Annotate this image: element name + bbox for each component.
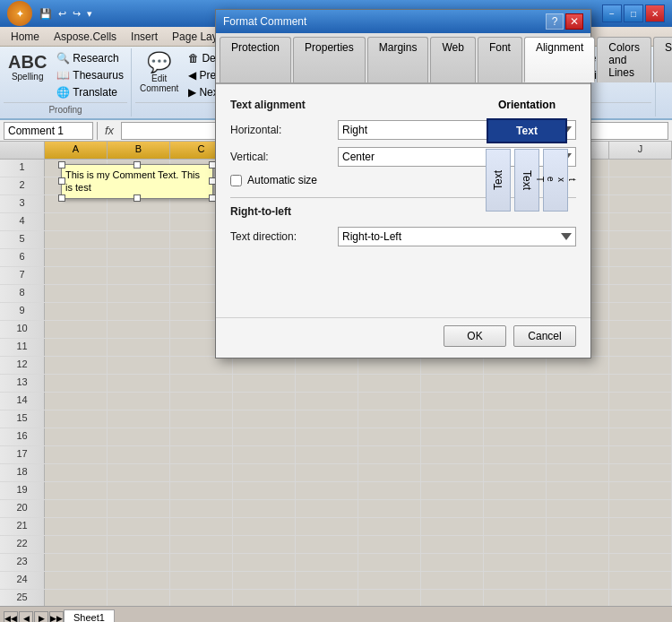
dialog-help-button[interactable]: ? — [546, 13, 564, 30]
vertical-label: Vertical: — [230, 151, 338, 163]
dialog-controls: ? ✕ — [546, 13, 583, 30]
text-direction-row: Text direction: Context Left-to-Right Ri… — [230, 227, 576, 246]
tab-properties[interactable]: Properties — [293, 37, 366, 82]
orientation-horizontal-label: Text — [516, 125, 538, 137]
format-comment-dialog: Format Comment ? ✕ Protection Properties… — [215, 9, 591, 359]
cancel-button[interactable]: Cancel — [513, 325, 576, 347]
dialog-title-bar: Format Comment ? ✕ — [216, 10, 590, 33]
orientation-horizontal-button[interactable]: Text — [487, 118, 567, 143]
horizontal-label: Horizontal: — [230, 124, 338, 136]
dialog-close-button[interactable]: ✕ — [565, 13, 583, 30]
tab-margins[interactable]: Margins — [367, 37, 429, 82]
tab-alignment[interactable]: Alignment — [524, 37, 595, 82]
tab-web[interactable]: Web — [430, 37, 475, 82]
tab-colors-lines[interactable]: Colors and Lines — [597, 37, 651, 82]
orientation-section: Orientation Text Text Text — [478, 99, 576, 212]
dialog-content: Text alignment Horizontal: Left Center R… — [216, 84, 590, 317]
dialog-title: Format Comment — [223, 15, 306, 28]
auto-size-checkbox[interactable] — [230, 175, 242, 186]
orientation-label: Orientation — [478, 99, 576, 111]
tab-font[interactable]: Font — [478, 37, 522, 82]
orientation-vertical-options: Text Text T e x t — [486, 149, 568, 212]
dialog-footer: OK Cancel — [216, 317, 590, 358]
orientation-vertical-btn-1[interactable]: Text — [486, 149, 511, 212]
tab-size[interactable]: Size — [653, 37, 672, 82]
text-direction-select[interactable]: Context Left-to-Right Right-to-Left — [338, 227, 576, 246]
text-direction-label: Text direction: — [230, 230, 338, 243]
ok-button[interactable]: OK — [444, 325, 506, 347]
modal-overlay: Format Comment ? ✕ Protection Properties… — [0, 0, 672, 622]
auto-size-label: Automatic size — [247, 174, 317, 186]
tab-protection[interactable]: Protection — [220, 37, 291, 82]
orientation-vertical-btn-3[interactable]: T e x t — [543, 149, 568, 212]
dialog-tabs: Protection Properties Margins Web Font A… — [216, 33, 590, 84]
